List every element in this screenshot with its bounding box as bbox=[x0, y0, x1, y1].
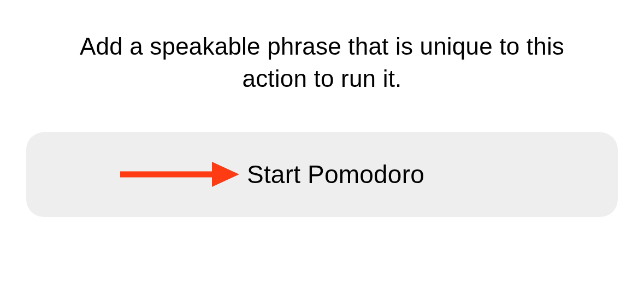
phrase-input[interactable] bbox=[247, 160, 596, 189]
svg-marker-1 bbox=[212, 162, 239, 187]
arrow-annotation bbox=[120, 160, 240, 189]
instruction-text: Add a speakable phrase that is unique to… bbox=[49, 30, 595, 95]
phrase-input-container[interactable] bbox=[26, 132, 618, 217]
arrow-right-icon bbox=[120, 160, 240, 189]
